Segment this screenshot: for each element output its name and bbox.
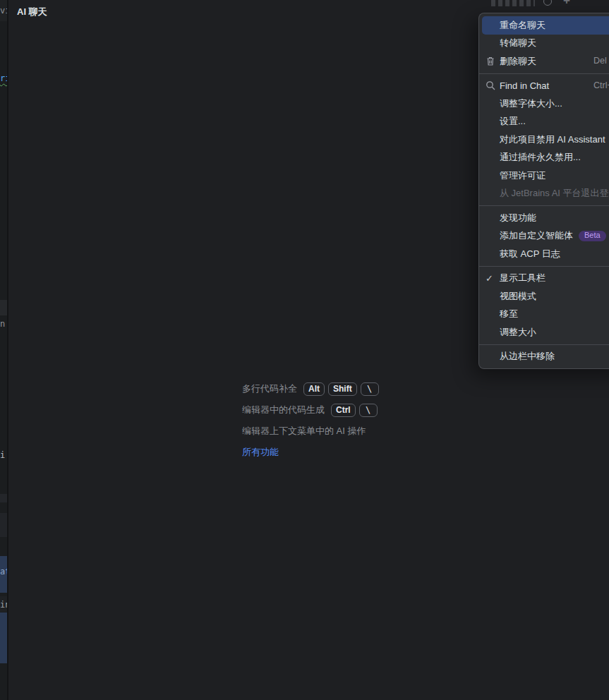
menu-separator — [479, 344, 609, 345]
menu-item[interactable]: 删除聊天Del — [479, 52, 609, 71]
ai-chat-panel: vicriniatuin AI 聊天 + 多行代码补全AltShift\编辑器中… — [0, 0, 609, 700]
editor-behind-strip: vicriniatuin — [0, 0, 7, 700]
menu-separator — [479, 73, 609, 74]
menu-item[interactable]: 移至 — [479, 306, 609, 324]
editor-fragment-band — [0, 300, 7, 315]
menu-item-shortcut: Ctrl+F — [593, 80, 609, 90]
menu-item[interactable]: 转储聊天 — [479, 35, 609, 53]
menu-item[interactable]: 对此项目禁用 AI Assistant — [479, 131, 609, 149]
key-badges: Ctrl\ — [331, 404, 378, 417]
keyboard-key-badge: \ — [359, 404, 378, 417]
icon-spacer — [486, 230, 500, 241]
empty-state-hints: 多行代码补全AltShift\编辑器中的代码生成Ctrl\编辑器上下文菜单中的 … — [242, 382, 379, 459]
menu-item[interactable]: 发现功能 — [479, 209, 609, 227]
icon-spacer — [486, 37, 500, 49]
menu-item: 从 JetBrains AI 平台退出登录 — [479, 185, 609, 203]
history-icon[interactable] — [543, 0, 552, 6]
menu-item-label: 添加自定义智能体 — [500, 229, 573, 242]
shortcut-hint-row: 多行代码补全AltShift\ — [242, 382, 379, 396]
chat-options-popup-menu: 重命名聊天转储聊天删除聊天DelFind in ChatCtrl+F调整字体大小… — [478, 13, 609, 369]
icon-spacer — [486, 20, 500, 31]
beta-badge: Beta — [579, 231, 606, 241]
menu-item-label: 删除聊天 — [500, 55, 536, 68]
menu-item[interactable]: 调整字体大小... — [479, 95, 609, 113]
menu-item-label: 对此项目禁用 AI Assistant — [500, 133, 605, 146]
menu-item[interactable]: 调整大小 — [479, 323, 609, 342]
icon-spacer — [486, 134, 500, 145]
menu-item-label: 重命名聊天 — [500, 19, 545, 32]
shortcut-hint-row: 编辑器中的代码生成Ctrl\ — [242, 403, 379, 417]
menu-item-label: 视图模式 — [500, 290, 536, 303]
icon-spacer — [486, 308, 500, 320]
panel-toolbar-sliver: + — [487, 0, 586, 13]
icon-spacer — [486, 98, 500, 109]
hint-label: 编辑器上下文菜单中的 AI 操作 — [242, 425, 366, 438]
shortcut-hint-rows: 多行代码补全AltShift\编辑器中的代码生成Ctrl\编辑器上下文菜单中的 … — [242, 382, 379, 438]
menu-item-label: 调整大小 — [500, 326, 536, 339]
editor-fragment-band — [0, 494, 7, 502]
menu-item-label: 通过插件永久禁用... — [500, 151, 581, 164]
menu-separator — [479, 266, 609, 267]
hint-label: 多行代码补全 — [242, 382, 297, 395]
keyboard-key-badge: Alt — [303, 382, 325, 396]
menu-item[interactable]: ✓显示工具栏 — [479, 270, 609, 288]
icon-spacer — [486, 327, 500, 338]
menu-item[interactable]: 通过插件永久禁用... — [479, 149, 609, 167]
menu-item-label: Find in Chat — [500, 80, 549, 91]
icon-spacer — [486, 188, 500, 199]
hint-label: 编辑器中的代码生成 — [242, 404, 325, 416]
new-chat-plus-icon[interactable]: + — [563, 0, 570, 8]
icon-spacer — [486, 212, 500, 224]
icon-spacer — [486, 170, 500, 181]
menu-item[interactable]: 视图模式 — [479, 287, 609, 306]
panel-title: AI 聊天 — [17, 6, 47, 18]
menu-item[interactable]: 管理许可证 — [479, 167, 609, 185]
editor-fragment-band — [0, 513, 7, 537]
menu-item-shortcut: Del — [593, 56, 607, 66]
editor-text-fragment: vic — [0, 6, 7, 16]
menu-item-label: 调整字体大小... — [500, 97, 562, 110]
menu-item[interactable]: 设置... — [479, 113, 609, 131]
search-icon — [486, 80, 500, 91]
menu-item-label: 转储聊天 — [500, 37, 536, 49]
all-features-link[interactable]: 所有功能 — [242, 446, 279, 459]
menu-item-label: 获取 ACP 日志 — [500, 248, 560, 260]
menu-item-label: 移至 — [500, 308, 518, 320]
icon-spacer — [486, 291, 500, 302]
icon-spacer — [486, 116, 500, 127]
menu-item[interactable]: 添加自定义智能体Beta — [479, 227, 609, 246]
icon-spacer — [486, 248, 500, 260]
menu-item-label: 从 JetBrains AI 平台退出登录 — [500, 187, 609, 200]
menu-item-label: 显示工具栏 — [500, 272, 545, 284]
check-icon: ✓ — [486, 272, 500, 284]
keyboard-key-badge: \ — [361, 382, 379, 396]
editor-text-fragment: n — [0, 319, 5, 329]
editor-text-fragment: i — [0, 450, 5, 460]
menu-item[interactable]: 获取 ACP 日志 — [479, 245, 609, 263]
editor-text-fragment: ri — [0, 73, 7, 83]
editor-text-fragment: atu — [0, 567, 7, 577]
keyboard-key-badge: Shift — [328, 382, 357, 396]
menu-item-label: 管理许可证 — [500, 169, 545, 182]
key-badges: AltShift\ — [303, 382, 379, 396]
menu-item[interactable]: Find in ChatCtrl+F — [479, 77, 609, 95]
icon-spacer — [486, 152, 500, 163]
menu-item[interactable]: 从边栏中移除 — [479, 348, 609, 366]
keyboard-key-badge: Ctrl — [331, 404, 356, 417]
panel-left-border — [7, 0, 8, 700]
trash-icon — [486, 56, 500, 67]
menu-item[interactable]: 重命名聊天 — [482, 16, 609, 35]
menu-item-label: 从边栏中移除 — [500, 350, 555, 363]
editor-text-fragment: in — [0, 600, 7, 610]
menu-separator — [479, 205, 609, 206]
menu-item-label: 设置... — [500, 115, 526, 128]
shortcut-hint-row: 编辑器上下文菜单中的 AI 操作 — [242, 424, 379, 438]
chat-title-fragment — [491, 0, 535, 6]
icon-spacer — [486, 351, 500, 362]
menu-item-label: 发现功能 — [500, 212, 536, 224]
editor-fragment-band — [0, 612, 7, 663]
